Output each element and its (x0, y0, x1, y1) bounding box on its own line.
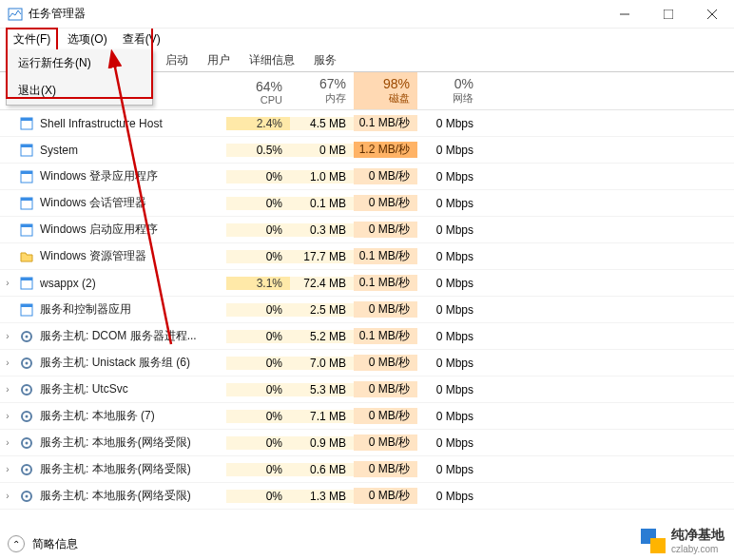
expand-icon[interactable]: › (0, 437, 15, 448)
net-cell: 0 Mbps (417, 463, 481, 476)
cpu-cell: 0% (226, 463, 290, 476)
net-cell: 0 Mbps (417, 330, 481, 343)
mem-cell: 7.1 MB (290, 410, 354, 423)
watermark-icon (641, 529, 666, 553)
table-row[interactable]: ›服务主机: 本地服务(网络受限)0%0.9 MB0 MB/秒0 Mbps (0, 430, 734, 456)
table-row[interactable]: ›服务主机: UtcSvc0%5.3 MB0 MB/秒0 Mbps (0, 377, 734, 403)
expand-icon[interactable]: › (0, 384, 15, 395)
process-icon (19, 489, 34, 504)
table-row[interactable]: Windows 启动应用程序0%0.3 MB0 MB/秒0 Mbps (0, 217, 734, 243)
process-icon (19, 462, 34, 477)
mem-cell: 0.6 MB (290, 463, 354, 476)
col-disk[interactable]: 98%磁盘 (354, 72, 417, 109)
tab-startup[interactable]: 启动 (156, 49, 198, 71)
net-cell: 0 Mbps (417, 383, 481, 396)
cpu-cell: 0% (226, 383, 290, 396)
process-icon (19, 382, 34, 397)
table-row[interactable]: Shell Infrastructure Host2.4%4.5 MB0.1 M… (0, 110, 734, 137)
table-row[interactable]: ›服务主机: 本地服务 (7)0%7.1 MB0 MB/秒0 Mbps (0, 403, 734, 430)
menu-file[interactable]: 文件(F) (6, 28, 58, 51)
process-icon (19, 435, 34, 451)
tab-details[interactable]: 详细信息 (240, 49, 304, 71)
mem-cell: 0.9 MB (290, 436, 354, 450)
mem-cell: 1.0 MB (290, 170, 354, 183)
close-button[interactable] (690, 0, 734, 29)
expand-icon[interactable]: › (0, 491, 15, 501)
col-mem[interactable]: 67%内存 (290, 72, 354, 109)
mem-cell: 5.3 MB (290, 383, 354, 396)
menu-exit[interactable]: 退出(X) (7, 77, 152, 105)
process-name: 服务主机: 本地服务 (7) (40, 408, 226, 424)
fewer-details-icon[interactable]: ⌃ (8, 535, 25, 552)
taskmgr-icon (8, 7, 23, 22)
fewer-details-label[interactable]: 简略信息 (32, 536, 78, 552)
menu-bar: 文件(F) 选项(O) 查看(V) 运行新任务(N) 退出(X) (0, 29, 734, 49)
table-row[interactable]: ›服务主机: Unistack 服务组 (6)0%7.0 MB0 MB/秒0 M… (0, 350, 734, 377)
table-row[interactable]: ›wsappx (2)3.1%72.4 MB0.1 MB/秒0 Mbps (0, 270, 734, 297)
expand-icon[interactable]: › (0, 357, 15, 368)
menu-new-task[interactable]: 运行新任务(N) (7, 49, 152, 77)
net-cell: 0 Mbps (417, 197, 481, 210)
mem-cell: 0 MB (290, 144, 354, 157)
svg-point-32 (26, 494, 29, 497)
process-name: Windows 会话管理器 (40, 195, 226, 211)
svg-rect-2 (664, 10, 673, 19)
process-icon (19, 143, 34, 158)
process-name: wsappx (2) (40, 277, 226, 290)
table-row[interactable]: ›服务主机: 本地服务(网络受限)0%0.6 MB0 MB/秒0 Mbps (0, 456, 734, 483)
file-dropdown: 运行新任务(N) 退出(X) (6, 49, 153, 106)
table-row[interactable]: ›服务主机: 本地服务(网络受限)0%1.3 MB0 MB/秒0 Mbps (0, 483, 734, 510)
mem-cell: 1.3 MB (290, 490, 354, 503)
menu-view[interactable]: 查看(V) (117, 29, 166, 49)
svg-point-26 (26, 415, 29, 417)
svg-point-20 (26, 335, 29, 338)
cpu-cell: 0% (226, 197, 290, 210)
disk-cell: 0 MB/秒 (354, 222, 417, 238)
disk-cell: 0 MB/秒 (354, 301, 417, 318)
process-icon (19, 169, 34, 184)
cpu-cell: 2.4% (226, 117, 290, 130)
disk-cell: 0 MB/秒 (354, 381, 417, 397)
table-row[interactable]: Windows 资源管理器0%17.7 MB0.1 MB/秒0 Mbps (0, 243, 734, 270)
tab-services[interactable]: 服务 (304, 49, 346, 71)
watermark: 纯净基地czlaby.com (641, 527, 724, 554)
net-cell: 0 Mbps (417, 303, 481, 317)
table-row[interactable]: Windows 登录应用程序0%1.0 MB0 MB/秒0 Mbps (0, 164, 734, 190)
process-name: 服务主机: 本地服务(网络受限) (40, 488, 226, 504)
menu-options[interactable]: 选项(O) (62, 29, 112, 49)
tab-users[interactable]: 用户 (198, 49, 240, 71)
maximize-button[interactable] (647, 0, 690, 29)
svg-rect-10 (21, 171, 32, 174)
process-name: 服务主机: DCOM 服务器进程... (40, 328, 226, 344)
process-name: Shell Infrastructure Host (40, 117, 226, 130)
net-cell: 0 Mbps (417, 250, 481, 263)
col-net[interactable]: 0%网络 (417, 72, 481, 109)
process-icon (19, 356, 34, 371)
expand-icon[interactable]: › (0, 331, 15, 341)
cpu-cell: 0% (226, 357, 290, 370)
footer: ⌃ 简略信息 (8, 535, 78, 552)
process-icon (19, 302, 34, 318)
col-cpu[interactable]: 64%CPU (226, 75, 290, 109)
table-row[interactable]: 服务和控制器应用0%2.5 MB0 MB/秒0 Mbps (0, 297, 734, 323)
process-icon (19, 409, 34, 424)
cpu-cell: 0% (226, 223, 290, 237)
minimize-button[interactable] (603, 0, 647, 29)
cpu-cell: 0% (226, 436, 290, 450)
table-row[interactable]: System0.5%0 MB1.2 MB/秒0 Mbps (0, 137, 734, 164)
expand-icon[interactable]: › (0, 464, 15, 474)
expand-icon[interactable]: › (0, 278, 15, 288)
net-cell: 0 Mbps (417, 144, 481, 157)
cpu-cell: 0.5% (226, 144, 290, 157)
net-cell: 0 Mbps (417, 436, 481, 450)
disk-cell: 0 MB/秒 (354, 355, 417, 371)
process-name: 服务主机: Unistack 服务组 (6) (40, 355, 226, 371)
cpu-cell: 3.1% (226, 277, 290, 290)
table-row[interactable]: ›服务主机: DCOM 服务器进程...0%5.2 MB0.1 MB/秒0 Mb… (0, 323, 734, 350)
disk-cell: 0 MB/秒 (354, 488, 417, 504)
expand-icon[interactable]: › (0, 411, 15, 421)
process-icon (19, 329, 34, 344)
process-icon (19, 222, 34, 238)
process-name: Windows 启动应用程序 (40, 222, 226, 238)
table-row[interactable]: Windows 会话管理器0%0.1 MB0 MB/秒0 Mbps (0, 190, 734, 217)
